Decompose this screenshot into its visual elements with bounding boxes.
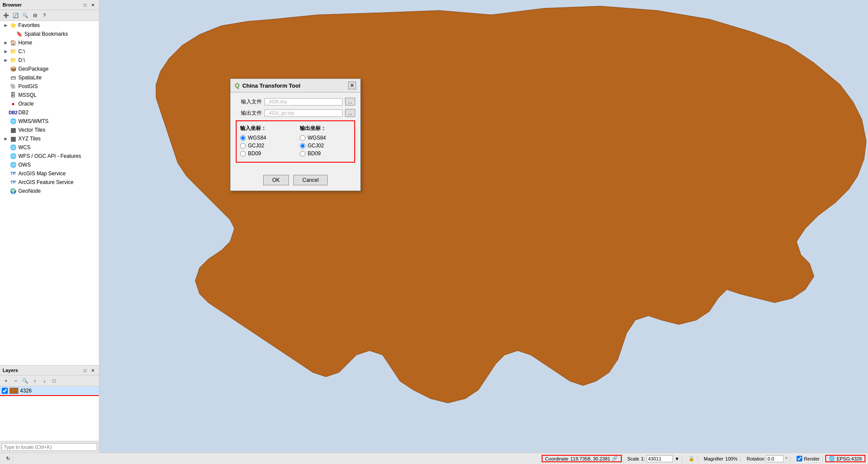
output-bd09-option[interactable]: BD09 — [300, 150, 351, 157]
render-status: ↻ — [3, 456, 13, 461]
browser-add-btn[interactable]: ➕ — [2, 11, 10, 20]
browser-help-btn[interactable]: ? — [40, 11, 49, 20]
browser-item-wms-wmts[interactable]: ▶ 🌐 WMS/WMTS — [0, 117, 99, 126]
output-bd09-radio[interactable] — [300, 151, 305, 157]
geonode-icon: 🌍 — [10, 188, 17, 194]
browser-item-xyz-tiles[interactable]: ▶ ▦ XYZ Tiles — [0, 134, 99, 143]
browser-item-arcgis-map[interactable]: ▶ 🗺 ArcGIS Map Service — [0, 169, 99, 178]
browser-item-home[interactable]: ▶ 🏠 Home — [0, 38, 99, 47]
output-file-field[interactable] — [264, 109, 342, 117]
layers-group-btn[interactable]: □ — [50, 376, 58, 385]
arcgis-feature-label: ArcGIS Feature Service — [18, 179, 74, 185]
wfs-ogc-label: WFS / OGC API - Features — [18, 153, 81, 159]
browser-close-icon[interactable]: ✕ — [89, 1, 96, 8]
browser-item-oracle[interactable]: ▶ ● Oracle — [0, 99, 99, 108]
input-file-field[interactable] — [264, 98, 342, 106]
input-gcj02-option[interactable]: GCJ02 — [240, 143, 291, 149]
locate-search-input[interactable] — [2, 443, 97, 451]
browser-item-ows[interactable]: ▶ 🌐 OWS — [0, 160, 99, 169]
output-wgs84-option[interactable]: WGS84 — [300, 135, 351, 141]
input-wgs84-radio[interactable] — [240, 135, 246, 141]
scale-dropdown-icon[interactable]: ▼ — [675, 456, 679, 461]
output-gcj02-radio[interactable] — [300, 143, 305, 149]
sidebar: Browser □ ✕ ➕ 🔄 🔍 ⊟ ? ▶ ⭐ Favorites — [0, 0, 99, 453]
browser-filter-btn[interactable]: 🔍 — [21, 11, 30, 20]
coord-selection-box: 输入坐标： WGS84 GCJ02 BD09 — [236, 120, 355, 163]
dialog-cancel-btn[interactable]: Cancel — [293, 175, 328, 185]
vector-tiles-icon: ▦ — [10, 126, 17, 133]
search-bar — [0, 441, 99, 453]
input-bd09-radio[interactable] — [240, 151, 246, 157]
spatialite-icon: 🗃 — [10, 74, 17, 81]
layers-toolbar: + − 🔍 ↑ ↓ □ — [0, 375, 99, 386]
browser-item-postgis[interactable]: ▶ 🐘 PostGIS — [0, 82, 99, 91]
input-file-browse-btn[interactable]: ... — [345, 98, 355, 106]
epsg-status[interactable]: 🌐 EPSG:4326 — [826, 456, 865, 461]
layers-move-down-btn[interactable]: ↓ — [40, 376, 49, 385]
browser-item-vector-tiles[interactable]: ▶ ▦ Vector Tiles — [0, 126, 99, 134]
d-drive-arrow: ▶ — [3, 57, 8, 64]
browser-item-d-drive[interactable]: ▶ 📁 D:\ — [0, 56, 99, 65]
rotation-status: Rotation ° — [744, 455, 790, 462]
browser-item-geonode[interactable]: ▶ 🌍 GeoNode — [0, 187, 99, 195]
browser-refresh-btn[interactable]: 🔄 — [11, 11, 20, 20]
spatialite-label: SpatiaLite — [18, 75, 41, 81]
output-gcj02-option[interactable]: GCJ02 — [300, 143, 351, 149]
lock-status: 🔒 — [686, 456, 698, 461]
favorites-icon: ⭐ — [10, 22, 17, 29]
output-wgs84-radio[interactable] — [300, 135, 305, 141]
epsg-icon: 🌐 — [829, 456, 835, 461]
coordinate-value: 119.7358, 30.2381 — [570, 456, 610, 461]
browser-item-wfs-ogc[interactable]: ▶ 🌐 WFS / OGC API - Features — [0, 152, 99, 160]
browser-panel-controls: □ ✕ — [81, 1, 96, 8]
wfs-ogc-icon: 🌐 — [10, 153, 17, 160]
input-wgs84-option[interactable]: WGS84 — [240, 135, 291, 141]
layers-filter-btn[interactable]: 🔍 — [21, 376, 30, 385]
home-label: Home — [18, 40, 32, 46]
dialog-title-container: Q China Transform Tool — [235, 82, 300, 89]
browser-item-mssql[interactable]: ▶ 🗄 MSSQL — [0, 91, 99, 99]
rotation-input[interactable] — [766, 455, 783, 462]
browser-item-wcs[interactable]: ▶ 🌐 WCS — [0, 143, 99, 152]
arcgis-feature-icon: 🗺 — [10, 179, 17, 186]
dialog-ok-btn[interactable]: OK — [263, 175, 289, 185]
favorites-label: Favorites — [18, 22, 40, 28]
input-gcj02-radio[interactable] — [240, 143, 246, 149]
render-checkbox[interactable] — [797, 456, 802, 461]
scale-status: Scale 1: ▼ — [624, 455, 682, 462]
browser-item-arcgis-feature[interactable]: ▶ 🗺 ArcGIS Feature Service — [0, 178, 99, 187]
output-file-browse-btn[interactable]: ... — [345, 109, 355, 117]
qgis-logo: Q — [235, 82, 240, 89]
browser-collapse-btn[interactable]: ⊟ — [31, 11, 39, 20]
c-drive-icon: 📁 — [10, 48, 17, 55]
layers-move-up-btn[interactable]: ↑ — [31, 376, 39, 385]
c-drive-arrow: ▶ — [3, 48, 8, 55]
output-coord-title: 输出坐标： — [300, 125, 351, 132]
lock-icon: 🔒 — [688, 456, 695, 461]
layer-4326-name: 4326 — [20, 388, 32, 394]
layer-4326-checkbox[interactable] — [2, 388, 8, 394]
browser-item-geopackage[interactable]: ▶ 📦 GeoPackage — [0, 65, 99, 73]
browser-item-spatialite[interactable]: ▶ 🗃 SpatiaLite — [0, 73, 99, 82]
china-transform-dialog: Q China Transform Tool ✕ 输入文件 ... — [230, 78, 361, 191]
input-file-label: 输入文件 — [236, 98, 262, 106]
wcs-label: WCS — [18, 144, 31, 150]
input-bd09-option[interactable]: BD09 — [240, 150, 291, 157]
browser-item-db2[interactable]: ▶ DB2 DB2 — [0, 108, 99, 117]
browser-float-icon[interactable]: □ — [81, 1, 88, 8]
status-bar: ↻ Coordinate 119.7358, 30.2381 🔗 Scale 1… — [0, 453, 868, 464]
browser-item-spatial-bookmarks[interactable]: ▶ 🔖 Spatial Bookmarks — [0, 30, 99, 38]
browser-item-favorites[interactable]: ▶ ⭐ Favorites — [0, 21, 99, 30]
layer-item-4326[interactable]: 4326 — [0, 386, 99, 395]
scale-input[interactable] — [647, 455, 673, 462]
map-area[interactable]: Q China Transform Tool ✕ 输入文件 ... — [99, 0, 868, 453]
dialog-close-btn[interactable]: ✕ — [348, 82, 356, 89]
layers-float-icon[interactable]: □ — [81, 367, 88, 374]
d-drive-label: D:\ — [18, 57, 25, 63]
layers-remove-btn[interactable]: − — [11, 376, 20, 385]
output-file-label: 输出文件 — [236, 109, 262, 117]
xyz-tiles-label: XYZ Tiles — [18, 136, 41, 142]
browser-item-c-drive[interactable]: ▶ 📁 C:\ — [0, 47, 99, 56]
layers-close-icon[interactable]: ✕ — [89, 367, 96, 374]
layers-add-btn[interactable]: + — [2, 376, 10, 385]
